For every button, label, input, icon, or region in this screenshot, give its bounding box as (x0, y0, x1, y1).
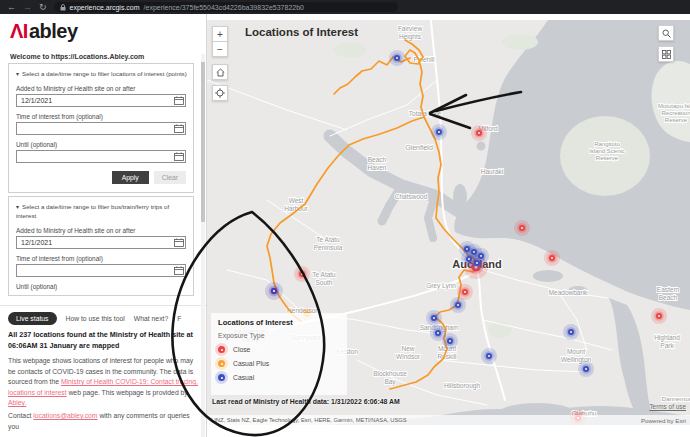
address-bar[interactable]: experience.arcgis.com/experience/375fe55… (54, 2, 398, 12)
basemap-grid-icon (662, 50, 671, 59)
last-read-status: Last read of Ministry of Health data: 1/… (212, 398, 400, 405)
legend-item-casual: Casual (218, 374, 340, 381)
tab-faq[interactable]: F (177, 315, 181, 322)
description-text: web page. This webpage is provided by (67, 389, 188, 396)
legend-subtitle: Exposure Type (218, 332, 340, 339)
map-title: Locations of Interest (245, 26, 358, 38)
close-dot-icon (218, 346, 225, 353)
browser-toolbar: ← → ↻ experience.arcgis.com/experience/3… (0, 0, 690, 14)
legend-panel: Locations of Interest Exposure Type Clos… (211, 313, 347, 395)
calendar-icon[interactable] (174, 152, 184, 161)
legend-item-label: Casual Plus (233, 360, 269, 367)
marker-center (438, 131, 440, 133)
map-label: Glenfield (405, 144, 433, 151)
tab-what-next[interactable]: What next? (134, 315, 168, 322)
time-from-input-trips[interactable] (16, 264, 186, 277)
collapse-icon[interactable]: ▾ (16, 71, 19, 77)
legend-item-label: Casual (233, 374, 254, 381)
home-button[interactable] (212, 64, 228, 80)
terms-of-use-link[interactable]: Terms of use (649, 403, 686, 410)
contact-line: Contact locations@abley.com with any com… (8, 411, 198, 432)
contact-text: Contact (8, 412, 33, 419)
attribution-bar: LINZ, Stats NZ, Eagle Technology, Esri, … (207, 415, 690, 425)
refresh-icon[interactable]: ↻ (39, 2, 47, 12)
map-label: Grey Lynn (426, 282, 456, 290)
until-label: Until (optional) (16, 141, 186, 148)
exposure-route[interactable] (267, 117, 424, 321)
marker-center (464, 291, 466, 293)
until-input[interactable] (16, 150, 186, 163)
marker-center (433, 317, 435, 319)
legend-title: Locations of Interest (218, 318, 340, 327)
map-label: Meadowbank (549, 289, 588, 296)
zoom-in-button[interactable]: + (212, 26, 228, 42)
search-button[interactable] (658, 25, 674, 41)
email-link[interactable]: locations@abley.com (33, 412, 97, 419)
marker-center (457, 304, 459, 306)
marker-center (551, 257, 553, 259)
map-label: NewWindsor (396, 345, 421, 360)
collapse-icon[interactable]: ▾ (16, 204, 19, 210)
powered-by-esri: Powered by Esri (641, 417, 686, 424)
marker-center (585, 368, 587, 370)
marker-center (437, 332, 439, 334)
abley-logo-mark: ΛI (10, 20, 28, 42)
map-label: Hillsborough (444, 382, 481, 390)
date-added-input-trips[interactable] (16, 236, 186, 249)
basemap-gallery-button[interactable] (658, 46, 674, 62)
clear-button[interactable]: Clear (154, 171, 186, 184)
time-from-input[interactable] (16, 122, 186, 135)
back-icon[interactable]: ← (7, 2, 16, 12)
map-canvas[interactable]: FairviewHeightsPinehillTotara ValeMilfor… (207, 20, 690, 425)
locate-button[interactable] (212, 85, 228, 101)
map-label: HighlandPark (654, 334, 680, 349)
abley-link[interactable]: Abley. (8, 399, 26, 406)
marker-center (658, 315, 660, 317)
calendar-icon[interactable] (174, 266, 184, 275)
date-added-label: Added to Ministry of Health site on or a… (16, 85, 186, 92)
panel-header-trips[interactable]: ▾Select a date/time range to filter bus/… (16, 203, 186, 221)
map-label: Totara Vale (409, 110, 442, 117)
tab-bar: Live status How to use this tool What ne… (8, 312, 206, 325)
map-label: BeachHaven (368, 156, 387, 171)
marker-center (570, 331, 572, 333)
legend-item-close: Close (218, 346, 340, 353)
tab-live-status[interactable]: Live status (8, 312, 57, 325)
map-label: Hauraki (481, 168, 503, 175)
tab-how-to-use[interactable]: How to use this tool (66, 315, 125, 322)
filter-panel-locations: ▾Select a date/time range to filter loca… (8, 63, 194, 193)
url-path: /experience/375fe55043cd4226ba39832e5378… (144, 4, 304, 11)
apply-button[interactable]: Apply (112, 171, 149, 184)
abley-logo-text: abley (29, 20, 78, 42)
sidebar-scrollbar (201, 54, 205, 437)
panel-header-locations[interactable]: ▾Select a date/time range to filter loca… (16, 70, 186, 79)
marker-center (396, 57, 398, 59)
sidebar: ΛIabley Welcome to https://Locations.Abl… (0, 14, 207, 437)
attribution-text: LINZ, Stats NZ, Eagle Technology, Esri, … (211, 417, 407, 423)
time-from-label: Time of interest from (optional) (16, 255, 186, 262)
legend-item-casual-plus: Casual Plus (218, 360, 340, 367)
marker-center (301, 273, 303, 275)
calendar-icon[interactable] (174, 96, 184, 105)
map-label: Te AtatuPeninsula (314, 236, 343, 251)
marker-center (488, 355, 490, 357)
marker-center (521, 227, 523, 229)
url-domain: experience.arcgis.com (70, 4, 140, 11)
casual-plus-dot-icon (218, 360, 225, 367)
map-label: Dannemora (662, 395, 690, 402)
marker-center (273, 290, 275, 292)
search-icon (662, 29, 671, 38)
forward-icon[interactable]: → (23, 2, 32, 12)
date-added-input[interactable] (16, 94, 186, 107)
legend-item-label: Close (233, 346, 250, 353)
casual-dot-icon (218, 374, 225, 381)
status-heading: All 237 locations found at the Ministry … (8, 330, 198, 352)
calendar-icon[interactable] (174, 124, 184, 133)
divider (0, 305, 206, 306)
marker-center (449, 340, 451, 342)
sidebar-scrollbar-thumb[interactable] (201, 62, 205, 222)
calendar-icon[interactable] (174, 238, 184, 247)
home-icon (216, 68, 225, 77)
map-label: Te AtatuSouth (312, 271, 336, 286)
zoom-out-button[interactable]: − (212, 41, 228, 57)
